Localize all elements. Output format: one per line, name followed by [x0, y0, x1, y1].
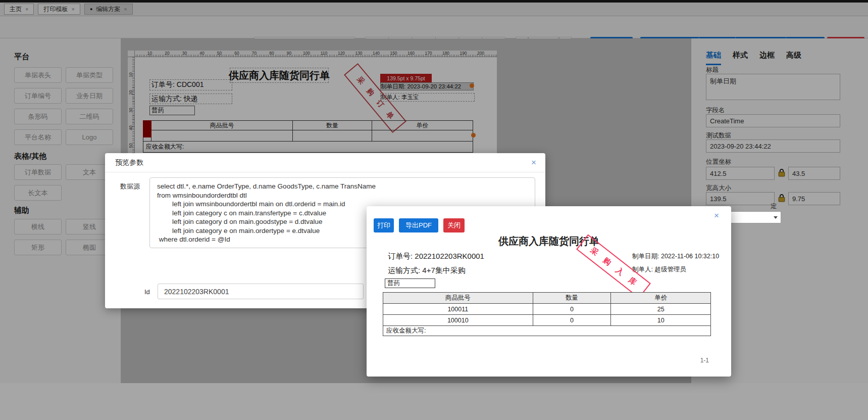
report-transport: 运输方式: 4+7集中采购 — [388, 266, 466, 275]
modal-header: 预览参数 — [105, 153, 545, 172]
close-icon[interactable]: × — [714, 211, 719, 220]
cell-batch-no: 100011 — [383, 304, 533, 315]
report-title: 供应商入库随货同行单 — [367, 235, 731, 248]
close-icon[interactable]: × — [531, 158, 536, 167]
report-col-unit-price: 单价 — [611, 293, 711, 304]
print-preview-modal: × 打印 导出PDF 关闭 供应商入库随货同行单 订单号: 2022102203… — [367, 206, 731, 377]
report-col-quantity: 数量 — [533, 293, 611, 304]
report-table-row: 100011 0 25 — [383, 304, 711, 315]
app-root: 主页 × 打印模板 × ● 编辑方案 × 入库随货同行单（列表式）【带 A3 A… — [0, 0, 868, 420]
page-indicator: 1-1 — [700, 357, 709, 364]
cell-quantity: 0 — [533, 304, 611, 315]
report-table: 商品批号 数量 单价 100011 0 25 100010 0 10 应收金额大… — [383, 292, 711, 336]
id-label: Id — [144, 288, 150, 296]
cell-unit-price: 10 — [611, 315, 711, 326]
sql-line: from wmsinboundorderdtbl dtl — [157, 191, 528, 200]
datasource-label: 数据源 — [120, 182, 140, 191]
cell-quantity: 0 — [533, 315, 611, 326]
chevron-down-icon — [774, 216, 778, 219]
modal-title: 预览参数 — [115, 158, 143, 167]
report-table-footer-row: 应收金额大写: — [383, 326, 711, 336]
report-table-row: 100010 0 10 — [383, 315, 711, 326]
print-button[interactable]: 打印 — [374, 218, 394, 232]
report-footer: 应收金额大写: — [383, 326, 711, 336]
report-table-header-row: 商品批号 数量 单价 — [383, 293, 711, 304]
cell-batch-no: 100010 — [383, 315, 533, 326]
export-pdf-button[interactable]: 导出PDF — [399, 218, 438, 232]
report-col-batch-no: 商品批号 — [383, 293, 533, 304]
sql-line: select dtl.*, e.name OrderType, d.name G… — [157, 182, 528, 191]
id-input[interactable]: 2022102203RK0001 — [158, 284, 364, 299]
report-goods-type: 普药 — [385, 278, 435, 288]
close-preview-button[interactable]: 关闭 — [443, 218, 465, 232]
report-make-person: 制单人: 超级管理员 — [632, 265, 686, 274]
report-order-no: 订单号: 2022102203RK0001 — [388, 252, 484, 261]
cell-unit-price: 25 — [611, 304, 711, 315]
report-make-date: 制单日期: 2022-11-06 10:32:10 — [632, 252, 719, 261]
